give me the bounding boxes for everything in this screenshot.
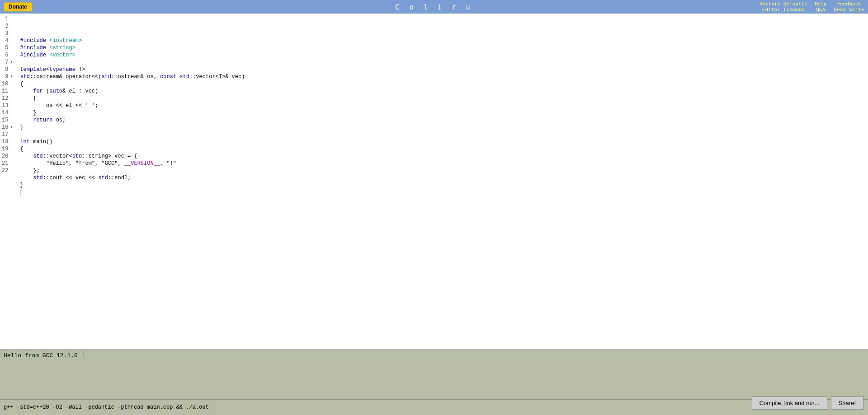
code-line: {	[20, 80, 864, 88]
feedback-link[interactable]: Feedback	[837, 1, 861, 7]
line-number: 10	[2, 80, 8, 88]
code-line: std::cout << vec << std::endl;	[20, 174, 864, 182]
code-line: #include <string>	[20, 44, 864, 51]
command-link[interactable]: Command	[784, 7, 805, 13]
donate-button[interactable]: Donate	[4, 2, 32, 11]
line-number: 21	[2, 160, 8, 167]
code-content[interactable]: #include <iostream>#include <string>#inc…	[16, 15, 868, 347]
read-write-links: Read Write	[834, 7, 864, 13]
code-line: std::vector<std::string> vec = {	[20, 153, 864, 160]
line-number: 9	[5, 73, 8, 80]
fold-indicator[interactable]: ▾	[9, 73, 13, 80]
fold-indicator[interactable]: ▾	[9, 124, 13, 131]
code-line: std::ostream& operator<<(std::ostream& o…	[20, 73, 864, 80]
code-line: {	[20, 145, 864, 153]
output-area: Hello from GCC 12.1.0 !	[0, 350, 868, 399]
share-button[interactable]: Share!	[831, 396, 863, 410]
read-link[interactable]: Read	[834, 7, 846, 13]
line-number: 19	[2, 145, 8, 153]
qa-link[interactable]: Q&A	[816, 7, 825, 13]
code-line: "Hello", "from", "GCC", __VERSION__, "!"	[20, 160, 864, 167]
code-line: #include <vector>	[20, 51, 864, 59]
line-number: 1	[5, 15, 8, 23]
command-text[interactable]: g++ -std=c++20 -O2 -Wall -pedantic -pthr…	[4, 404, 864, 410]
code-line: #include <iostream>	[20, 37, 864, 44]
line-number: 4	[5, 37, 8, 44]
code-line: template<typename T>	[20, 66, 864, 73]
code-line: {	[20, 95, 864, 102]
code-line	[20, 189, 864, 196]
output-text: Hello from GCC 12.1.0 !	[4, 352, 85, 359]
code-line: }	[20, 182, 864, 189]
code-line: return os;	[20, 117, 864, 124]
editor-link[interactable]: Editor	[762, 7, 780, 13]
line-number: 18	[2, 138, 8, 145]
fold-indicator[interactable]: ▾	[9, 59, 13, 66]
restore-defaults-group: Restore defaults Editor Command	[760, 1, 807, 13]
code-line: };	[20, 167, 864, 174]
write-link[interactable]: Write	[849, 7, 864, 13]
line-number: 17	[2, 131, 8, 138]
line-number: 22	[2, 167, 8, 174]
line-number: 8	[5, 66, 8, 73]
help-group: Help Q&A	[815, 1, 827, 13]
main-layout: 1234567▾89▾10111213141516▾171819202122 #…	[0, 14, 868, 415]
code-line	[20, 131, 864, 138]
compile-run-button[interactable]: Compile, link and run...	[752, 396, 827, 410]
code-line: int main()	[20, 138, 864, 145]
line-number: 5	[5, 44, 8, 51]
line-number: 15	[2, 117, 8, 124]
header: Donate C o l i r u Restore defaults Edit…	[0, 0, 868, 14]
line-number: 13	[2, 102, 8, 109]
line-number: 16	[2, 124, 8, 131]
code-container[interactable]: 1234567▾89▾10111213141516▾171819202122 #…	[0, 14, 868, 349]
site-title: C o l i r u	[395, 3, 473, 11]
line-number: 12	[2, 95, 8, 102]
feedback-group: Feedback Read Write	[834, 1, 864, 13]
header-right: Restore defaults Editor Command Help Q&A…	[760, 1, 864, 13]
help-link[interactable]: Help	[815, 1, 827, 7]
command-bar: g++ -std=c++20 -O2 -Wall -pedantic -pthr…	[0, 399, 868, 415]
line-number: 2	[5, 23, 8, 30]
line-numbers: 1234567▾89▾10111213141516▾171819202122	[0, 15, 16, 347]
bottom-buttons: Compile, link and run... Share!	[752, 396, 863, 410]
code-line: }	[20, 124, 864, 131]
code-line: }	[20, 109, 864, 117]
editor-command-links: Editor Command	[762, 7, 805, 13]
line-number: 20	[2, 153, 8, 160]
line-number: 3	[5, 30, 8, 37]
editor-area[interactable]: 1234567▾89▾10111213141516▾171819202122 #…	[0, 14, 868, 350]
line-number: 14	[2, 109, 8, 117]
code-line	[20, 59, 864, 66]
code-line: os << el << ' ';	[20, 102, 864, 109]
line-number: 6	[5, 51, 8, 59]
restore-defaults-link[interactable]: Restore defaults	[760, 1, 807, 7]
line-number: 11	[2, 88, 8, 95]
line-number: 7	[5, 59, 8, 66]
code-line: for (auto& el : vec)	[20, 88, 864, 95]
